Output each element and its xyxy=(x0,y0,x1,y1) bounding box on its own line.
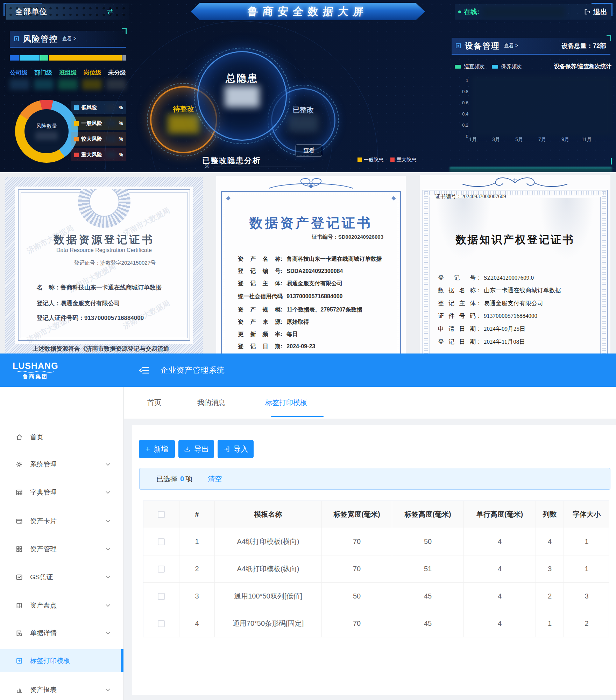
sidebar-item-gs-voucher[interactable]: GS凭证 xyxy=(0,566,123,588)
selection-suffix: 项 xyxy=(185,474,192,484)
legend-item-low[interactable]: 低风险 % xyxy=(71,101,126,114)
sidebar-item-asset-mgmt[interactable]: 资产管理 xyxy=(0,538,123,560)
legend-item-general[interactable]: 一般隐患 xyxy=(357,157,383,163)
sidebar-item-dictionary[interactable]: 字典管理 xyxy=(0,481,123,504)
certificate-title: 数据资源登记证书 xyxy=(5,233,203,247)
blurred-count xyxy=(225,86,260,107)
tab-messages[interactable]: 我的消息 xyxy=(197,387,225,419)
device-legend: 巡查频次 保养频次 设备保养/巡查频次统计 xyxy=(455,63,611,70)
export-button[interactable]: 导出 xyxy=(178,440,214,458)
import-button[interactable]: 导入 xyxy=(218,440,254,458)
tab-bar: 首页 我的消息 标签打印模板 xyxy=(124,387,616,419)
device-view-link[interactable]: 查看 > xyxy=(504,43,518,49)
legend-item-major[interactable]: 重大隐患 xyxy=(390,157,416,163)
x-tick: 5月 xyxy=(511,136,527,143)
app-header: LUSHANG 鲁商集团 企业资产管理系统 xyxy=(0,354,616,387)
tab-dept-level[interactable]: 部门级 xyxy=(34,69,52,77)
chevron-down-icon xyxy=(106,576,110,579)
risk-level-bar xyxy=(10,55,126,61)
table-cell: 70 xyxy=(322,555,392,583)
table-cell: 3 xyxy=(179,583,215,610)
cert-row: 登记编号:SDDA2024092300084 xyxy=(238,268,343,275)
cert-row: 更新频率:每日 xyxy=(238,331,298,338)
dashboard-view-button[interactable]: 查看 xyxy=(296,145,322,156)
cert-row: 登记日期：2024年11月08日 xyxy=(438,338,525,346)
x-tick: 1月 xyxy=(465,136,481,143)
bar-chart-icon xyxy=(15,686,24,694)
x-tick: 9月 xyxy=(558,136,573,143)
panel-icon xyxy=(456,43,461,48)
tab-ungraded-level[interactable]: 未分级 xyxy=(108,69,126,77)
certificate-title: 数据知识产权登记证书 xyxy=(420,233,610,247)
legend-item-major[interactable]: 重大风险 % xyxy=(71,148,126,161)
legend-swatch xyxy=(74,121,79,126)
sidebar-item-label-template[interactable]: 标签打印模板 xyxy=(0,649,123,672)
online-user-blurred xyxy=(483,6,565,18)
fold-shadow xyxy=(434,198,493,265)
sidebar-item-inventory[interactable]: 资产盘点 xyxy=(0,594,123,617)
legend-swatch xyxy=(74,137,79,141)
x-tick: 3月 xyxy=(488,136,504,143)
cert-row: 登记日期:2024-09-23 xyxy=(238,343,315,350)
row-checkbox[interactable] xyxy=(158,538,165,545)
analysis-legend: 一般隐患 重大隐患 xyxy=(357,157,416,163)
column-header: 列数 xyxy=(536,501,564,528)
sidebar-item-asset-card[interactable]: 资产卡片 xyxy=(0,510,123,532)
cert-row: 登记主体：易通金服支付有限公司 xyxy=(438,299,543,307)
logout-button[interactable]: 退出 xyxy=(584,7,607,17)
device-chart-blurred xyxy=(472,76,612,136)
plus-icon: + xyxy=(145,445,150,453)
cert-row: 申请日期：2024年09月25日 xyxy=(438,325,525,333)
unit-selector[interactable]: 全部单位 xyxy=(6,4,129,20)
bar-segment-none xyxy=(122,55,126,61)
gear-icon xyxy=(15,460,24,469)
legend-inspect[interactable]: 巡查频次 xyxy=(464,63,485,70)
sidebar-item-doc-detail[interactable]: 单据详情 xyxy=(0,622,123,644)
online-label: 在线: xyxy=(464,7,479,16)
swap-icon[interactable] xyxy=(106,7,114,16)
legend-maintain[interactable]: 保养频次 xyxy=(501,63,522,70)
blurred-value xyxy=(106,120,116,126)
tab-home[interactable]: 首页 xyxy=(147,387,161,419)
table-cell: 50 xyxy=(392,528,464,555)
unit-selector-label: 全部单位 xyxy=(15,7,48,16)
clear-selection-link[interactable]: 清空 xyxy=(208,474,222,484)
x-tick: 11月 xyxy=(579,136,594,143)
table-cell: 1 xyxy=(179,528,215,555)
cert-row: 登记主体:易通金服支付有限公司 xyxy=(238,280,342,287)
row-checkbox[interactable] xyxy=(158,593,165,600)
table-cell: 45 xyxy=(392,583,464,610)
download-icon xyxy=(184,446,191,453)
table-cell: 50 xyxy=(322,583,392,610)
sidebar-item-asset-report[interactable]: 资产报表 xyxy=(0,679,123,700)
tab-company-level[interactable]: 公司级 xyxy=(10,69,28,77)
sidebar-collapse-icon[interactable] xyxy=(139,366,149,375)
tab-team-level[interactable]: 班组级 xyxy=(59,69,77,77)
total-hazard-circle: 总隐患 xyxy=(197,51,287,141)
row-checkbox[interactable] xyxy=(158,566,165,573)
risk-donut-chart: 风险数量 xyxy=(15,100,78,163)
legend-item-high[interactable]: 较大风险 % xyxy=(71,132,126,146)
table-cell: 2 xyxy=(179,555,215,583)
risk-level-values xyxy=(10,79,126,90)
column-header: 单行高度(毫米) xyxy=(464,501,536,528)
column-header: 字体大小 xyxy=(564,501,609,528)
cert-footnote: 上述数据资源符合《济南市数据资源登记与交易流通 xyxy=(33,345,169,353)
legend-item-normal[interactable]: 一般风险 % xyxy=(71,117,126,130)
tab-post-level[interactable]: 岗位级 xyxy=(84,69,101,77)
tab-label-template[interactable]: 标签打印模板 xyxy=(265,387,307,419)
sidebar-item-home[interactable]: 首页 xyxy=(0,426,123,448)
risk-view-link[interactable]: 查看 > xyxy=(62,36,76,42)
table-cell: A4纸打印模板(纵向) xyxy=(215,555,322,583)
row-checkbox-cell xyxy=(143,555,179,583)
column-header: 标签宽度(毫米) xyxy=(322,501,392,528)
add-button[interactable]: + 新增 xyxy=(139,440,175,458)
row-checkbox[interactable] xyxy=(158,620,165,627)
blurred-value xyxy=(10,79,29,90)
blurred-count xyxy=(35,132,58,140)
table-cell: 1 xyxy=(564,528,609,555)
cert-row: 统一社会信用代码:913700005716884000 xyxy=(238,293,343,300)
select-all-checkbox[interactable] xyxy=(158,511,165,518)
dashboard-title: 鲁商安全数据大屏 xyxy=(247,5,369,19)
sidebar-item-system[interactable]: 系统管理 xyxy=(0,453,123,476)
